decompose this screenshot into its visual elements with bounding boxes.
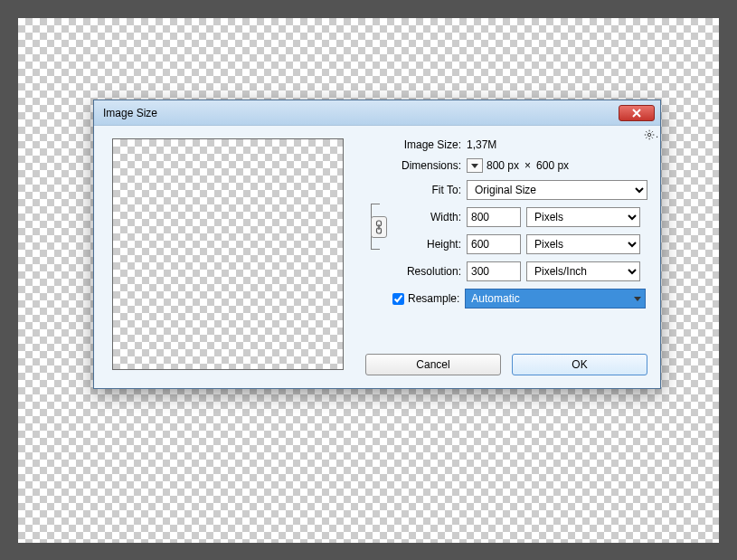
dimensions-row: Dimensions: 800 px × 600 px <box>365 158 647 173</box>
ok-label: OK <box>572 358 587 371</box>
svg-line-7 <box>652 131 653 132</box>
height-unit-select[interactable]: Pixels <box>526 234 640 254</box>
resolution-row: Resolution: Pixels/Inch <box>392 261 647 281</box>
fit-to-select[interactable]: Original Size <box>467 180 647 200</box>
width-row: Width: Pixels <box>392 207 647 227</box>
height-row: Height: Pixels <box>392 234 647 254</box>
dialog-buttons: Cancel OK <box>365 354 647 375</box>
chain-link-icon <box>374 220 383 234</box>
image-size-dialog: Image Size . Image Size: 1,37M <box>93 100 661 389</box>
flyout-indicator: . <box>656 131 658 138</box>
svg-line-6 <box>652 138 653 138</box>
cancel-label: Cancel <box>416 358 449 371</box>
cancel-button[interactable]: Cancel <box>365 354 501 375</box>
image-size-label: Image Size: <box>365 138 467 151</box>
width-label: Width: <box>392 211 467 223</box>
close-button[interactable] <box>619 105 655 121</box>
resolution-label: Resolution: <box>392 265 467 278</box>
svg-point-0 <box>647 133 650 136</box>
width-height-block: Width: Pixels Height: Pixels <box>392 207 647 254</box>
fit-to-label: Fit To: <box>365 184 467 196</box>
constrain-proportions-button[interactable] <box>371 216 387 238</box>
width-unit-select[interactable]: Pixels <box>526 207 640 227</box>
dimensions-unit-button[interactable] <box>467 158 483 173</box>
dialog-body: . Image Size: 1,37M Dimensions: 800 px ×… <box>94 126 660 388</box>
chevron-down-icon <box>634 297 641 301</box>
constrain-proportions-area <box>365 202 392 252</box>
close-icon <box>632 109 641 118</box>
resolution-input[interactable] <box>467 261 521 281</box>
dimensions-sep: × <box>524 159 531 172</box>
fit-to-row: Fit To: Original Size <box>365 180 647 200</box>
resample-method-value: Automatic <box>471 292 519 305</box>
width-input[interactable] <box>467 207 521 227</box>
svg-line-5 <box>646 131 647 132</box>
resolution-unit-select[interactable]: Pixels/Inch <box>526 261 640 281</box>
height-input[interactable] <box>467 234 521 254</box>
dimensions-height: 600 px <box>536 159 569 172</box>
dimensions-label: Dimensions: <box>365 159 467 172</box>
dialog-title: Image Size <box>103 107 157 119</box>
height-label: Height: <box>392 238 467 251</box>
image-size-value: 1,37M <box>467 138 496 151</box>
resample-method-select[interactable]: Automatic <box>465 289 646 308</box>
image-size-row: Image Size: 1,37M <box>365 138 647 151</box>
resample-row: Resample: Automatic <box>392 289 647 308</box>
dialog-titlebar: Image Size <box>94 100 660 126</box>
ok-button[interactable]: OK <box>512 354 647 375</box>
resample-checkbox[interactable] <box>392 293 404 305</box>
fields-column: Image Size: 1,37M Dimensions: 800 px × 6… <box>365 138 647 308</box>
preview-pane <box>112 138 344 370</box>
resample-label: Resample: <box>408 292 459 305</box>
dimensions-width: 800 px <box>487 159 519 172</box>
chevron-down-icon <box>471 164 478 168</box>
